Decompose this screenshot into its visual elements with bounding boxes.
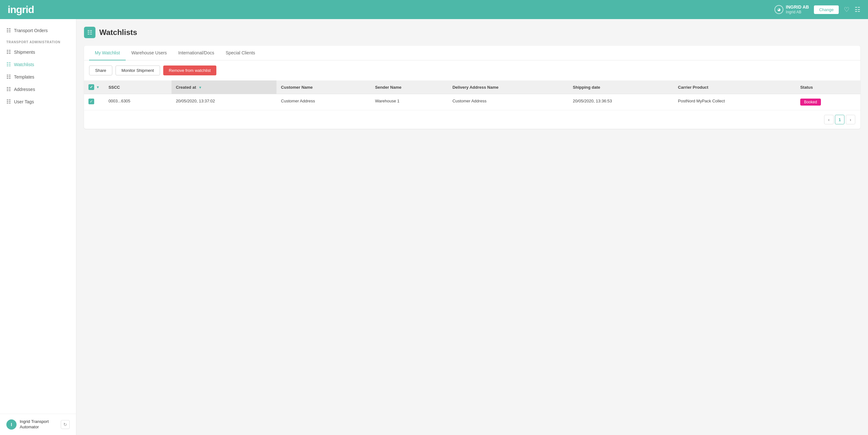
change-button[interactable]: Change [814, 5, 839, 14]
td-checkbox: ✓ [84, 94, 104, 110]
td-delivery-address: Customer Address [448, 94, 568, 110]
tab-special-clients[interactable]: Special Clients [220, 46, 261, 60]
sidebar-item-label: Shipments [14, 49, 35, 55]
company-name: INGRID AB [786, 4, 809, 10]
watchlist-table: ✓ ▼ SSCC Created at ▼ Customer Name Send… [84, 80, 860, 110]
th-carrier-product[interactable]: Carrier Product [674, 80, 796, 94]
monitor-shipment-button[interactable]: Monitor Shipment [116, 66, 160, 75]
tab-my-watchlist[interactable]: My Watchlist [89, 46, 126, 60]
notifications-icon[interactable]: ♡ [844, 6, 849, 13]
status-badge: Booked [800, 99, 821, 106]
sidebar-item-watchlists[interactable]: ☷ Watchlists [0, 58, 76, 71]
header-checkbox-cell: ✓ ▼ [89, 84, 100, 90]
th-sscc[interactable]: SSCC [104, 80, 172, 94]
th-checkbox: ✓ ▼ [84, 80, 104, 94]
th-customer-name[interactable]: Customer Name [277, 80, 371, 94]
share-button[interactable]: Share [89, 66, 112, 75]
sidebar-item-templates[interactable]: ☷ Templates [0, 71, 76, 83]
table-wrapper: ✓ ▼ SSCC Created at ▼ Customer Name Send… [84, 80, 860, 110]
tabs-nav: My Watchlist Warehouse Users Internation… [84, 46, 860, 60]
td-sscc: 0003...6305 [104, 94, 172, 110]
sidebar-section-label: TRANSPORT ADMINISTRATION [0, 37, 76, 46]
user-tags-icon: ☷ [6, 99, 11, 105]
sort-icon: ▼ [198, 86, 202, 89]
company-sub: Ingrid AB [786, 10, 809, 15]
remove-from-watchlist-button[interactable]: Remove from watchlist [163, 66, 216, 75]
grid-icon: ☷ [6, 27, 11, 33]
sidebar-item-addresses[interactable]: ☷ Addresses [0, 83, 76, 95]
logo: ingrid [8, 4, 34, 15]
th-status[interactable]: Status [796, 80, 860, 94]
page-icon: ☷ [84, 27, 95, 38]
templates-icon: ☷ [6, 74, 11, 80]
sidebar-bottom: I Ingrid Transport Automator ↻ [0, 414, 76, 435]
th-created-at[interactable]: Created at ▼ [172, 80, 277, 94]
company-icon: ◕ [774, 5, 783, 14]
chevron-down-icon[interactable]: ▼ [96, 85, 100, 89]
avatar: I [6, 420, 17, 430]
sidebar-item-label: Watchlists [14, 62, 34, 67]
tab-warehouse-users[interactable]: Warehouse Users [126, 46, 173, 60]
th-shipping-date[interactable]: Shipping date [568, 80, 673, 94]
row-checkbox-cell: ✓ [89, 99, 100, 104]
user-settings-icon[interactable]: ☷ [855, 6, 860, 13]
layout: ☷ Transport Orders TRANSPORT ADMINISTRAT… [0, 0, 868, 435]
table-header-row: ✓ ▼ SSCC Created at ▼ Customer Name Send… [84, 80, 860, 94]
user-info: Ingrid Transport Automator [20, 419, 58, 430]
sidebar-item-label: Addresses [14, 87, 35, 92]
logout-button[interactable]: ↻ [61, 420, 70, 429]
td-carrier-product: PostNord MyPack Collect [674, 94, 796, 110]
sidebar-item-label: Templates [14, 74, 34, 79]
row-checkbox[interactable]: ✓ [89, 99, 94, 104]
page-title: Watchlists [99, 28, 137, 37]
th-sender-name[interactable]: Sender Name [371, 80, 448, 94]
next-page-button[interactable]: › [846, 115, 855, 124]
td-created-at: 20/05/2020, 13:37:02 [172, 94, 277, 110]
table-row: ✓ 0003...6305 20/05/2020, 13:37:02 Custo… [84, 94, 860, 110]
td-sender-name: Warehouse 1 [371, 94, 448, 110]
td-customer-name: Customer Address [277, 94, 371, 110]
sidebar-item-shipments[interactable]: ☷ Shipments [0, 46, 76, 58]
page-header: ☷ Watchlists [84, 27, 860, 38]
td-shipping-date: 20/05/2020, 13:36:53 [568, 94, 673, 110]
watchlists-icon: ☷ [6, 61, 11, 67]
tabs-container: My Watchlist Warehouse Users Internation… [84, 46, 860, 129]
th-delivery-address[interactable]: Delivery Address Name [448, 80, 568, 94]
app-header: ingrid ◕ INGRID AB Ingrid AB Change ♡ ☷ [0, 0, 868, 19]
toolbar: Share Monitor Shipment Remove from watch… [84, 60, 860, 80]
current-page-button[interactable]: 1 [835, 115, 844, 124]
sidebar-item-label: Transport Orders [14, 28, 48, 33]
company-text: INGRID AB Ingrid AB [786, 4, 809, 15]
sidebar-item-label: User Tags [14, 99, 34, 104]
shipments-icon: ☷ [6, 49, 11, 55]
main-content: ☷ Watchlists My Watchlist Warehouse User… [76, 19, 868, 435]
header-right: ◕ INGRID AB Ingrid AB Change ♡ ☷ [774, 4, 860, 15]
company-info: ◕ INGRID AB Ingrid AB [774, 4, 809, 15]
select-all-checkbox[interactable]: ✓ [89, 84, 94, 90]
pagination: ‹ 1 › [84, 110, 860, 129]
prev-page-button[interactable]: ‹ [824, 115, 834, 124]
sidebar: ☷ Transport Orders TRANSPORT ADMINISTRAT… [0, 19, 76, 435]
tab-international-docs[interactable]: International/Docs [173, 46, 220, 60]
td-status: Booked [796, 94, 860, 110]
sidebar-item-user-tags[interactable]: ☷ User Tags [0, 95, 76, 108]
sidebar-item-transport-orders[interactable]: ☷ Transport Orders [0, 24, 76, 37]
addresses-icon: ☷ [6, 86, 11, 92]
